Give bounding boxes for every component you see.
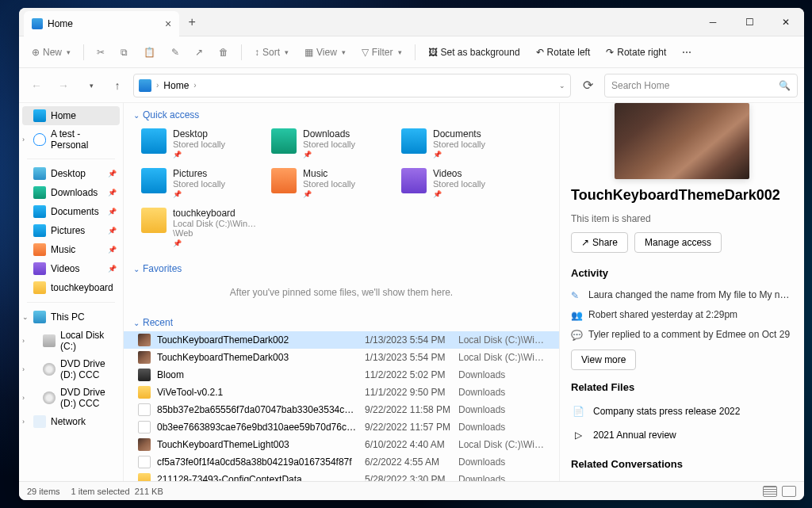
sidebar-item-personal[interactable]: ›A test - Personal xyxy=(19,125,123,154)
activity-item: 👥Robert shared yesterday at 2:29pm xyxy=(571,305,793,325)
details-view-button[interactable] xyxy=(763,486,777,497)
file-location: Downloads xyxy=(458,387,550,398)
close-tab-icon[interactable]: × xyxy=(165,17,171,30)
section-recent[interactable]: ⌄Recent xyxy=(124,311,559,331)
close-button[interactable]: ✕ xyxy=(768,8,804,36)
quick-access-item[interactable]: Pictures Stored locally 📌 xyxy=(138,165,262,201)
rotate-left-button[interactable]: ↶ Rotate left xyxy=(530,44,597,61)
minimize-button[interactable]: ─ xyxy=(695,8,731,36)
recent-item[interactable]: TouchKeyboardThemeDark003 1/13/2023 5:54… xyxy=(124,349,559,366)
related-conversations-heading: Related Conversations xyxy=(571,458,793,470)
breadcrumb-home[interactable]: Home xyxy=(163,80,189,91)
activity-icon: 👥 xyxy=(571,310,582,321)
related-file-item[interactable]: ▷2021 Annual review xyxy=(571,423,793,447)
pin-icon: 📌 xyxy=(108,189,117,197)
recent-item[interactable]: 211128-73493-ConfigContextData 5/28/2022… xyxy=(124,471,559,481)
recent-locations-button[interactable]: ▾ xyxy=(79,74,102,97)
forward-button[interactable]: → xyxy=(52,74,75,97)
activity-item: 💬Tyler replied to a comment by Edmee on … xyxy=(571,325,793,345)
paste-icon: 📋 xyxy=(144,47,155,58)
recent-item[interactable]: TouchKeyboardThemeLight003 6/10/2022 4:4… xyxy=(124,436,559,453)
section-favorites[interactable]: ⌄Favorites xyxy=(124,257,559,277)
search-icon[interactable]: 🔍 xyxy=(779,80,791,91)
section-quick-access[interactable]: ⌄Quick access xyxy=(124,103,559,124)
sidebar-item-touchkeyboard[interactable]: touchkeyboard xyxy=(19,278,123,297)
sidebar-item-home[interactable]: Home xyxy=(22,106,120,125)
rotate-right-button[interactable]: ↷ Rotate right xyxy=(599,44,672,61)
quick-access-item[interactable]: Music Stored locally 📌 xyxy=(268,165,392,201)
file-name: 85bb37e2ba65556f7da07047bab330e3534c80a2 xyxy=(157,404,358,415)
sidebar-item-network[interactable]: ›Network xyxy=(19,412,123,431)
folder-icon xyxy=(141,208,167,233)
file-date: 6/10/2022 4:40 AM xyxy=(365,439,452,450)
sidebar-item-downloads[interactable]: Downloads📌 xyxy=(19,183,123,202)
shared-status: This item is shared xyxy=(571,213,793,224)
new-tab-button[interactable]: + xyxy=(179,8,205,36)
quick-access-item[interactable]: Videos Stored locally 📌 xyxy=(398,165,522,201)
cloud-icon xyxy=(33,133,46,146)
view-more-button[interactable]: View more xyxy=(571,349,636,370)
tab-home[interactable]: Home × xyxy=(24,11,179,36)
chevron-down-icon[interactable]: ⌄ xyxy=(559,82,565,90)
downloads-icon xyxy=(33,186,46,199)
pin-icon: 📌 xyxy=(173,239,259,247)
qa-name: Desktop xyxy=(173,128,225,139)
sort-button[interactable]: ↕ Sort▾ xyxy=(248,44,295,61)
sidebar-item-music[interactable]: Music📌 xyxy=(19,240,123,259)
sidebar-item-desktop[interactable]: Desktop📌 xyxy=(19,164,123,183)
sidebar-item-pictures[interactable]: Pictures📌 xyxy=(19,221,123,240)
search-box[interactable]: Search Home 🔍 xyxy=(604,74,798,97)
dvd-icon xyxy=(43,392,56,404)
recent-item[interactable]: ViVeTool-v0.2.1 11/1/2022 9:50 PM Downlo… xyxy=(124,384,559,401)
chevron-right-icon[interactable]: › xyxy=(156,81,159,90)
rotate-right-icon: ↷ xyxy=(606,47,614,58)
delete-button[interactable]: 🗑 xyxy=(213,44,235,61)
sidebar-item-localdisk[interactable]: ›Local Disk (C:) xyxy=(19,327,123,355)
new-button[interactable]: ⊕ New▾ xyxy=(25,44,77,61)
rename-button[interactable]: ✎ xyxy=(165,44,186,61)
quick-access-item[interactable]: Documents Stored locally 📌 xyxy=(398,125,522,162)
thumbnails-view-button[interactable] xyxy=(782,486,796,497)
up-button[interactable]: ↑ xyxy=(106,74,128,97)
set-background-button[interactable]: 🖼 Set as background xyxy=(422,44,527,61)
explorer-window: Home × + ─ ☐ ✕ ⊕ New▾ ✂ ⧉ 📋 ✎ ↗ 🗑 ↕ Sort… xyxy=(19,8,804,500)
desktop-icon xyxy=(33,167,46,180)
quick-access-item[interactable]: Desktop Stored locally 📌 xyxy=(138,125,262,162)
share-button[interactable]: ↗ xyxy=(189,44,209,61)
maximize-button[interactable]: ☐ xyxy=(731,8,768,36)
recent-item[interactable]: TouchKeyboardThemeDark002 1/13/2023 5:54… xyxy=(124,331,559,349)
quick-access-item[interactable]: Downloads Stored locally 📌 xyxy=(268,125,392,162)
manage-access-button[interactable]: Manage access xyxy=(634,232,722,253)
related-file-item[interactable]: 📄Company stats press release 2022 xyxy=(571,399,793,423)
chevron-right-icon[interactable]: › xyxy=(193,81,196,90)
recent-item[interactable]: 85bb37e2ba65556f7da07047bab330e3534c80a2… xyxy=(124,401,559,418)
view-button[interactable]: ▦ View▾ xyxy=(298,44,352,61)
file-icon xyxy=(138,473,151,481)
recent-item[interactable]: Bloom 11/2/2022 5:02 PM Downloads xyxy=(124,366,559,384)
qa-name: touchkeyboard xyxy=(173,208,259,219)
share-button[interactable]: ↗Share xyxy=(571,232,628,253)
sidebar-item-dvd-d[interactable]: ›DVD Drive (D:) CCC xyxy=(19,355,123,384)
file-icon xyxy=(138,438,151,451)
favorites-empty-text: After you've pinned some files, we'll sh… xyxy=(124,277,559,311)
search-placeholder: Search Home xyxy=(611,80,669,91)
address-bar[interactable]: › Home › ⌄ xyxy=(133,74,571,97)
refresh-button[interactable]: ⟳ xyxy=(576,74,599,97)
copy-button[interactable]: ⧉ xyxy=(114,44,134,61)
sidebar-item-videos[interactable]: Videos📌 xyxy=(19,259,123,278)
paste-button[interactable]: 📋 xyxy=(137,44,162,61)
back-button[interactable]: ← xyxy=(25,74,48,97)
sidebar-item-thispc[interactable]: ⌄This PC xyxy=(19,307,123,327)
recent-item[interactable]: 0b3ee7663893cae76e9bd310aee59b70d76cc476… xyxy=(124,418,559,436)
cut-button[interactable]: ✂ xyxy=(90,44,111,61)
more-button[interactable]: ⋯ xyxy=(676,44,698,61)
nav-sidebar: Home ›A test - Personal Desktop📌 Downloa… xyxy=(19,103,124,481)
recent-item[interactable]: cf5a73fe0f1f4a0cd58a38b04219a0167354f87f… xyxy=(124,453,559,471)
filter-button[interactable]: ▽ Filter▾ xyxy=(355,44,408,61)
file-date: 6/2/2022 4:55 AM xyxy=(365,456,452,468)
sidebar-item-documents[interactable]: Documents📌 xyxy=(19,202,123,221)
qa-name: Videos xyxy=(433,168,485,179)
sidebar-item-dvd-d2[interactable]: ›DVD Drive (D:) CCC xyxy=(19,384,123,412)
folder-icon xyxy=(271,128,297,154)
quick-access-item[interactable]: touchkeyboard Local Disk (C:)\Win…\Web 📌 xyxy=(138,204,262,250)
